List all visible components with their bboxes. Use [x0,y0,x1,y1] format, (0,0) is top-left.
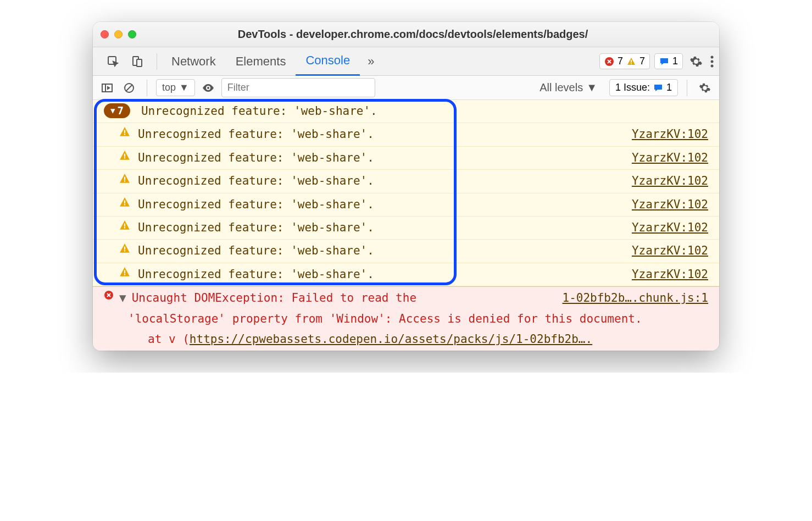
console-warning-row: Unrecognized feature: 'web-share'. Yzarz… [93,240,719,263]
source-link[interactable]: YzarzKV:102 [621,243,708,259]
svg-rect-26 [124,270,125,273]
source-link[interactable]: YzarzKV:102 [621,220,708,236]
trace-link[interactable]: https://cpwebassets.codepen.io/assets/pa… [190,332,592,346]
warning-icon [119,243,130,254]
tab-elements[interactable]: Elements [226,47,296,76]
source-link[interactable]: YzarzKV:102 [621,197,708,213]
error-text-line2: 'localStorage' property from 'Window': A… [104,311,708,327]
source-link[interactable]: YzarzKV:102 [621,173,708,189]
titlebar: DevTools - developer.chrome.com/docs/dev… [93,22,719,47]
caret-down-icon[interactable]: ▼ [119,290,126,306]
warning-count-icon [626,57,636,66]
chevron-down-icon: ▼ [179,82,189,93]
warning-icon [119,173,130,184]
error-text-line1: Uncaught DOMException: Failed to read th… [132,290,416,306]
error-count-icon [604,57,614,66]
svg-rect-24 [124,247,125,250]
context-selector[interactable]: top ▼ [156,79,195,96]
svg-point-7 [711,60,714,63]
error-warning-counts[interactable]: 7 7 [599,53,650,69]
svg-rect-15 [124,134,125,135]
tabs-overflow-icon[interactable]: » [360,54,382,69]
source-link[interactable]: YzarzKV:102 [621,267,708,282]
sidebar-toggle-icon[interactable] [98,79,116,97]
issues-label: 1 Issue: [615,82,650,93]
console-output: ▼ 7 Unrecognized feature: 'web-share'. U… [93,100,719,351]
console-settings-icon[interactable] [696,79,714,97]
context-value: top [162,82,176,93]
filter-input[interactable] [221,78,375,97]
svg-rect-14 [124,130,125,134]
issues-button[interactable]: 1 Issue: 1 [609,79,678,96]
warning-group-header[interactable]: ▼ 7 Unrecognized feature: 'web-share'. [93,100,719,123]
svg-rect-19 [124,181,125,182]
svg-point-8 [711,64,714,67]
window-title: DevTools - developer.chrome.com/docs/dev… [147,28,711,41]
tab-network[interactable]: Network [162,47,226,76]
svg-line-12 [126,85,132,91]
minimize-icon[interactable] [114,30,123,38]
warning-text: Unrecognized feature: 'web-share'. [138,173,621,189]
console-toolbar: top ▼ All levels ▼ 1 Issue: 1 [93,76,719,100]
svg-rect-27 [124,274,125,275]
warning-text: Unrecognized feature: 'web-share'. [138,267,621,282]
warning-icon [119,197,130,208]
console-warning-row: Unrecognized feature: 'web-share'. Yzarz… [93,263,719,286]
separator [147,80,147,96]
tab-console[interactable]: Console [296,47,360,76]
caret-down-icon: ▼ [110,106,115,117]
group-count: 7 [117,103,123,118]
clear-console-icon[interactable] [120,79,138,97]
message-icon [653,83,663,93]
live-expression-icon[interactable] [199,79,217,97]
more-menu-icon[interactable] [710,56,714,68]
error-icon [104,290,114,300]
svg-rect-4 [631,60,632,63]
messages-count-badge[interactable]: 1 [654,53,683,69]
levels-label: All levels [540,81,583,94]
source-link[interactable]: YzarzKV:102 [621,150,708,166]
svg-rect-17 [124,157,125,158]
warning-count: 7 [639,56,645,67]
warning-text: Unrecognized feature: 'web-share'. [138,126,621,142]
inspect-element-icon[interactable] [104,52,123,71]
error-count: 7 [618,56,623,67]
close-icon[interactable] [101,30,109,38]
warning-text: Unrecognized feature: 'web-share'. [138,197,621,213]
console-warning-row: Unrecognized feature: 'web-share'. Yzarz… [93,193,719,217]
warning-text: Unrecognized feature: 'web-share'. [138,220,621,236]
console-warning-row: Unrecognized feature: 'web-share'. Yzarz… [93,147,719,170]
svg-rect-22 [124,224,125,227]
svg-rect-16 [124,153,125,157]
devtools-window: DevTools - developer.chrome.com/docs/dev… [93,22,719,351]
warning-icon [119,150,130,161]
log-levels-selector[interactable]: All levels ▼ [540,81,597,94]
trace-prefix: at v ( [148,332,190,346]
message-icon [659,57,669,66]
maximize-icon[interactable] [128,30,136,38]
group-count-pill[interactable]: ▼ 7 [104,103,130,118]
device-mode-icon[interactable] [128,52,147,71]
console-warning-row: Unrecognized feature: 'web-share'. Yzarz… [93,170,719,193]
group-header-text: Unrecognized feature: 'web-share'. [141,103,708,119]
svg-rect-21 [124,204,125,205]
error-stack-trace: at v (https://cpwebassets.codepen.io/ass… [104,331,708,347]
warning-icon [119,267,130,278]
separator [157,53,157,70]
console-warning-row: Unrecognized feature: 'web-share'. Yzarz… [93,217,719,240]
svg-rect-2 [137,59,142,66]
issues-count: 1 [666,82,672,93]
messages-count: 1 [672,56,678,67]
separator [687,80,687,96]
source-link[interactable]: YzarzKV:102 [621,126,708,142]
svg-point-13 [207,87,209,89]
settings-icon[interactable] [689,55,703,68]
panel-tabs: Network Elements Console » 7 7 1 [93,47,719,76]
svg-rect-5 [631,63,632,64]
svg-rect-18 [124,177,125,180]
warning-text: Unrecognized feature: 'web-share'. [138,150,621,166]
console-error-row: ▼ Uncaught DOMException: Failed to read … [93,286,719,351]
svg-point-6 [711,56,714,58]
svg-rect-23 [124,227,125,228]
source-link[interactable]: 1-02bfb2b….chunk.js:1 [562,290,708,306]
